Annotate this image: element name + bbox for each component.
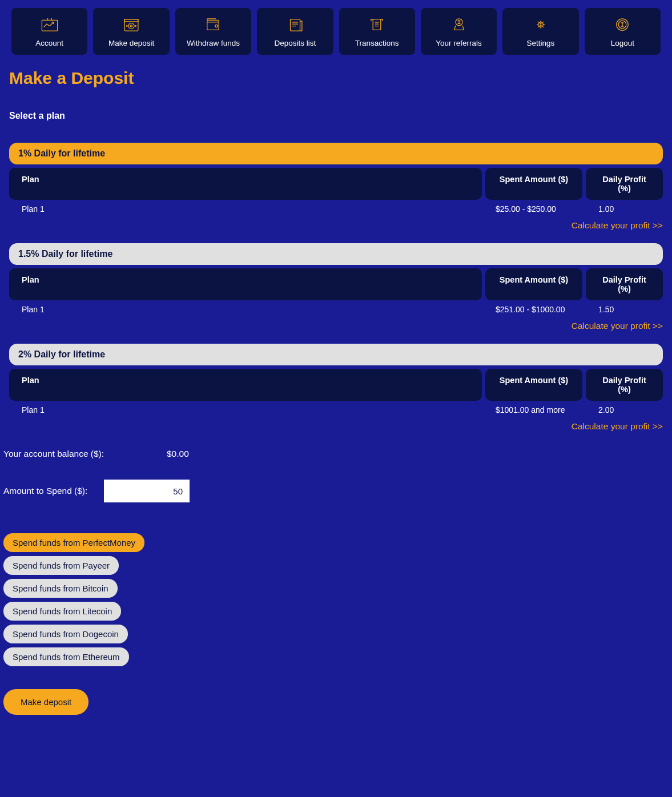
settings-icon [531,16,550,33]
th-profit: Daily Profit (%) [586,369,663,401]
nav-account[interactable]: Account [11,8,87,55]
nav-label: Make deposit [108,39,154,47]
plan-row: Plan 1 $251.00 - $1000.00 1.50 [9,305,663,314]
svg-point-6 [135,25,136,26]
td-plan: Plan 1 [9,204,482,214]
deposit-icon [122,16,141,33]
nav-withdraw[interactable]: Withdraw funds [175,8,251,55]
th-profit: Daily Profit (%) [586,268,663,300]
th-spent: Spent Amount ($) [485,268,582,300]
calculate-profit-link[interactable]: Calculate your profit >> [9,220,663,231]
nav-settings[interactable]: Settings [502,8,578,55]
deposits-list-icon [285,16,305,33]
th-spent: Spent Amount ($) [485,369,582,401]
page-title: Make a Deposit [0,63,672,90]
td-spent: $251.00 - $1000.00 [485,305,582,314]
th-plan: Plan [9,369,482,401]
td-plan: Plan 1 [9,305,482,314]
td-plan: Plan 1 [9,405,482,414]
balance-label: Your account balance ($): [3,449,167,459]
th-plan: Plan [9,268,482,300]
th-profit: Daily Profit (%) [586,168,663,200]
svg-point-3 [128,23,134,29]
plan-title[interactable]: 1% Daily for lifetime [9,143,663,164]
fund-option-dogecoin[interactable]: Spend funds from Dogecoin [3,625,128,643]
plan-row: Plan 1 $1001.00 and more 2.00 [9,405,663,414]
svg-point-5 [127,25,128,26]
top-nav: Account Make deposit Withdraw funds Depo… [0,0,672,63]
plan-block-2: 1.5% Daily for lifetime Plan Spent Amoun… [0,243,672,331]
td-spent: $25.00 - $250.00 [485,204,582,214]
plan-block-1: 1% Daily for lifetime Plan Spent Amount … [0,143,672,231]
nav-referrals[interactable]: Your referrals [421,8,497,55]
make-deposit-button[interactable]: Make deposit [3,689,88,715]
th-spent: Spent Amount ($) [485,168,582,200]
transactions-icon [367,16,387,33]
withdraw-icon [203,16,223,33]
fund-option-perfectmoney[interactable]: Spend funds from PerfectMoney [3,533,144,552]
nav-label: Deposits list [274,39,316,47]
svg-rect-2 [124,19,138,21]
fund-option-bitcoin[interactable]: Spend funds from Bitcoin [3,579,118,598]
th-plan: Plan [9,168,482,200]
td-profit: 1.50 [586,305,663,314]
nav-transactions[interactable]: Transactions [339,8,415,55]
calculate-profit-link[interactable]: Calculate your profit >> [9,421,663,432]
nav-label: Logout [611,39,634,47]
referrals-icon [449,16,469,33]
fund-option-ethereum[interactable]: Spend funds from Ethereum [3,647,129,666]
td-profit: 1.00 [586,204,663,214]
nav-label: Account [35,39,63,47]
balance-value: $0.00 [167,449,189,459]
svg-point-4 [130,25,132,26]
svg-rect-9 [290,19,300,30]
select-plan-label: Select a plan [0,90,672,130]
logout-icon [613,16,632,33]
amount-input[interactable] [104,480,190,502]
nav-make-deposit[interactable]: Make deposit [93,8,169,55]
fund-option-payeer[interactable]: Spend funds from Payeer [3,556,119,575]
svg-point-8 [215,25,218,27]
nav-label: Withdraw funds [187,39,240,47]
nav-label: Your referrals [436,39,482,47]
nav-label: Settings [527,39,555,47]
nav-logout[interactable]: Logout [585,8,661,55]
plan-title[interactable]: 1.5% Daily for lifetime [9,243,663,265]
funding-options: Spend funds from PerfectMoney Spend fund… [0,502,672,666]
account-icon [40,16,59,33]
td-profit: 2.00 [586,405,663,414]
fund-option-litecoin[interactable]: Spend funds from Litecoin [3,602,121,621]
plan-block-3: 2% Daily for lifetime Plan Spent Amount … [0,344,672,432]
nav-label: Transactions [355,39,399,47]
amount-label: Amount to Spend ($): [3,486,104,496]
plan-table-header: Plan Spent Amount ($) Daily Profit (%) [9,168,663,200]
plan-row: Plan 1 $25.00 - $250.00 1.00 [9,204,663,214]
nav-deposits-list[interactable]: Deposits list [257,8,333,55]
plan-table-header: Plan Spent Amount ($) Daily Profit (%) [9,369,663,401]
plan-title[interactable]: 2% Daily for lifetime [9,344,663,365]
td-spent: $1001.00 and more [485,405,582,414]
calculate-profit-link[interactable]: Calculate your profit >> [9,321,663,331]
plan-table-header: Plan Spent Amount ($) Daily Profit (%) [9,268,663,300]
balance-row: Your account balance ($): $0.00 [0,432,672,459]
amount-row: Amount to Spend ($): [0,459,672,502]
